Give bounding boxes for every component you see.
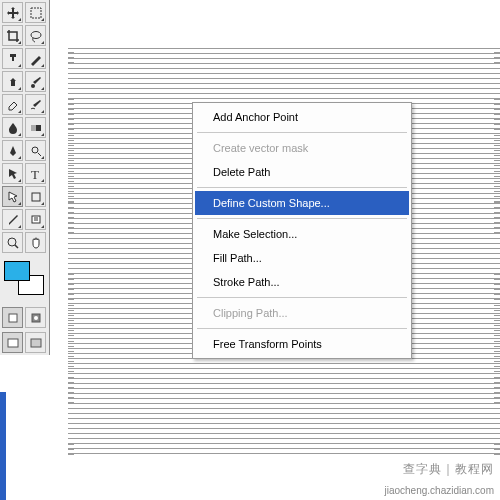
clone-stamp-tool[interactable] (2, 71, 23, 92)
notes-tool[interactable] (25, 209, 46, 230)
menu-item-free-transform-points[interactable]: Free Transform Points (195, 332, 409, 356)
svg-rect-7 (31, 125, 36, 131)
direct-selection-tool[interactable] (2, 186, 23, 207)
dodge-tool[interactable] (25, 140, 46, 161)
path-selection-tool[interactable] (2, 163, 23, 184)
standard-mode[interactable] (2, 307, 23, 328)
pen-tool[interactable] (2, 140, 23, 161)
slice-tool[interactable] (25, 48, 46, 69)
move-tool[interactable] (2, 2, 23, 23)
menu-item-create-vector-mask: Create vector mask (195, 136, 409, 160)
toolbox: T (0, 0, 50, 355)
type-tool[interactable]: T (25, 163, 46, 184)
window-border (0, 392, 6, 500)
svg-rect-2 (10, 54, 16, 57)
eraser-tool[interactable] (2, 94, 23, 115)
svg-rect-17 (31, 339, 41, 347)
menu-separator (197, 297, 407, 298)
zoom-tool[interactable] (2, 232, 23, 253)
svg-point-1 (31, 31, 41, 38)
svg-rect-16 (8, 339, 18, 347)
healing-brush-tool[interactable] (2, 48, 23, 69)
paths-context-menu: Add Anchor PointCreate vector maskDelete… (192, 102, 412, 359)
marquee-tool[interactable] (25, 2, 46, 23)
menu-item-clipping-path: Clipping Path... (195, 301, 409, 325)
eyedropper-tool[interactable] (2, 209, 23, 230)
svg-rect-0 (31, 8, 41, 18)
svg-text:T: T (31, 167, 39, 181)
hand-tool[interactable] (25, 232, 46, 253)
shape-tool[interactable] (25, 186, 46, 207)
menu-separator (197, 187, 407, 188)
blur-tool[interactable] (2, 117, 23, 138)
svg-rect-3 (12, 57, 14, 61)
lasso-tool[interactable] (25, 25, 46, 46)
svg-rect-10 (32, 193, 40, 201)
watermark-text: 查字典｜教程网 (403, 461, 494, 478)
foreground-color[interactable] (4, 261, 30, 281)
menu-separator (197, 218, 407, 219)
gradient-tool[interactable] (25, 117, 46, 138)
crop-tool[interactable] (2, 25, 23, 46)
screen-standard[interactable] (2, 332, 23, 353)
menu-item-delete-path[interactable]: Delete Path (195, 160, 409, 184)
color-swatches[interactable] (2, 259, 47, 303)
svg-rect-13 (9, 314, 17, 322)
svg-point-15 (34, 316, 38, 320)
menu-item-fill-path[interactable]: Fill Path... (195, 246, 409, 270)
quick-mask-mode[interactable] (25, 307, 46, 328)
footer-url: jiaocheng.chazidian.com (384, 485, 494, 496)
brush-tool[interactable] (25, 71, 46, 92)
menu-separator (197, 132, 407, 133)
svg-point-5 (31, 84, 35, 88)
menu-item-stroke-path[interactable]: Stroke Path... (195, 270, 409, 294)
svg-rect-4 (11, 81, 15, 86)
menu-separator (197, 328, 407, 329)
history-brush-tool[interactable] (25, 94, 46, 115)
menu-item-define-custom-shape[interactable]: Define Custom Shape... (195, 191, 409, 215)
screen-full-menu[interactable] (25, 332, 46, 353)
svg-point-12 (8, 238, 16, 246)
svg-point-8 (32, 147, 38, 153)
menu-item-make-selection[interactable]: Make Selection... (195, 222, 409, 246)
menu-item-add-anchor-point[interactable]: Add Anchor Point (195, 105, 409, 129)
